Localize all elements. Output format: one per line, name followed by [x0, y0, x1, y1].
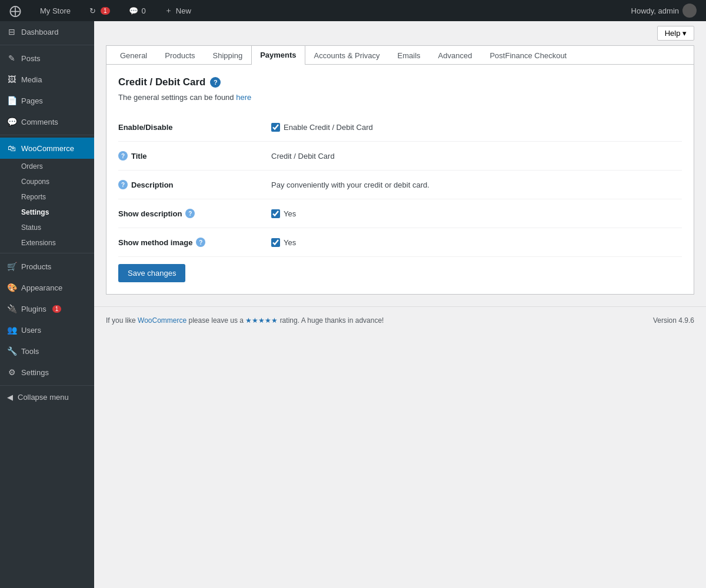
tab-advanced[interactable]: Advanced — [429, 46, 481, 65]
sidebar-item-dashboard[interactable]: ⊟ Dashboard — [0, 21, 94, 42]
new-content-button[interactable]: ＋ New — [160, 0, 196, 21]
sidebar-item-posts[interactable]: ✎ Posts — [0, 48, 94, 69]
avatar — [682, 4, 697, 18]
field-label-show-description: Show description ? — [118, 199, 271, 228]
footer-left: If you like WooCommerce please leave us … — [106, 316, 384, 325]
submenu-status[interactable]: Status — [0, 220, 94, 235]
sidebar-item-woocommerce[interactable]: 🛍 WooCommerce — [0, 138, 94, 159]
submenu-extensions[interactable]: Extensions — [0, 235, 94, 250]
info-icon[interactable]: ? — [210, 77, 221, 88]
tab-postfinance[interactable]: PostFinance Checkout — [481, 46, 575, 65]
sidebar-item-comments[interactable]: 💬 Comments — [0, 111, 94, 132]
sidebar-label-plugins: Plugins — [21, 305, 46, 313]
tab-products[interactable]: Products — [156, 46, 204, 65]
sidebar-label-pages: Pages — [21, 96, 43, 105]
menu-separator-4 — [0, 385, 94, 386]
woocommerce-footer-link[interactable]: WooCommerce — [138, 316, 187, 325]
submenu-settings[interactable]: Settings — [0, 205, 94, 220]
sidebar-item-appearance[interactable]: 🎨 Appearance — [0, 277, 94, 298]
table-row-enable: Enable/Disable Enable Credit / Debit Car… — [118, 113, 682, 142]
products-icon: 🛒 — [7, 262, 16, 271]
submenu-coupons[interactable]: Coupons — [0, 174, 94, 189]
submenu-reports[interactable]: Reports — [0, 189, 94, 205]
tab-general[interactable]: General — [111, 46, 156, 65]
sidebar-item-tools[interactable]: 🔧 Tools — [0, 340, 94, 362]
tab-emails[interactable]: Emails — [389, 46, 429, 65]
field-label-enable: Enable/Disable — [118, 113, 271, 142]
site-name-button[interactable]: My Store — [35, 0, 75, 21]
footer: If you like WooCommerce please leave us … — [94, 306, 706, 334]
tab-shipping[interactable]: Shipping — [204, 46, 252, 65]
general-settings-link[interactable]: here — [236, 93, 251, 102]
field-value-show-method-image: Yes — [271, 228, 682, 257]
help-button[interactable]: Help ▾ — [657, 26, 694, 41]
tab-bar: General Products Shipping Payments Accou… — [106, 46, 694, 65]
settings-wrap: General Products Shipping Payments Accou… — [106, 45, 694, 295]
new-icon: ＋ — [165, 5, 172, 16]
plugins-badge: 1 — [52, 305, 62, 313]
posts-icon: ✎ — [7, 54, 16, 63]
sidebar: ⊟ Dashboard ✎ Posts 🖼 Media 📄 Pages 💬 Co… — [0, 21, 94, 588]
sidebar-item-settings[interactable]: ⚙ Settings — [0, 362, 94, 383]
sidebar-label-woocommerce: WooCommerce — [21, 144, 74, 153]
sidebar-label-comments: Comments — [21, 118, 58, 126]
tab-payments[interactable]: Payments — [251, 45, 305, 65]
field-label-title: ? Title — [118, 142, 271, 171]
help-bar: Help ▾ — [94, 21, 706, 45]
reports-label: Reports — [21, 193, 46, 201]
table-row-title: ? Title Credit / Debit Card — [118, 142, 682, 171]
sidebar-item-pages[interactable]: 📄 Pages — [0, 90, 94, 111]
settings-sub-label: Settings — [21, 208, 49, 216]
sidebar-item-plugins[interactable]: 🔌 Plugins 1 — [0, 298, 94, 319]
updates-icon: ↻ — [89, 6, 96, 15]
updates-button[interactable]: ↻ 1 — [85, 0, 115, 21]
enable-checkbox-label[interactable]: Enable Credit / Debit Card — [271, 123, 682, 132]
menu-separator-1 — [0, 45, 94, 45]
show-image-question-icon[interactable]: ? — [196, 238, 205, 247]
field-label-description: ? Description — [118, 171, 271, 199]
status-label: Status — [21, 223, 41, 232]
submenu-orders[interactable]: Orders — [0, 159, 94, 174]
show-method-image-checkbox[interactable] — [271, 238, 280, 247]
sidebar-label-tools: Tools — [21, 347, 39, 356]
howdy-button[interactable]: Howdy, admin — [627, 0, 701, 21]
save-changes-button[interactable]: Save changes — [118, 264, 185, 282]
description-question-icon[interactable]: ? — [118, 180, 128, 189]
wp-logo-icon: ⨁ — [9, 4, 21, 18]
enable-checkbox[interactable] — [271, 123, 280, 132]
menu-separator-3 — [0, 253, 94, 253]
sidebar-item-products[interactable]: 🛒 Products — [0, 256, 94, 277]
field-value-enable: Enable Credit / Debit Card — [271, 113, 682, 142]
extensions-label: Extensions — [21, 239, 56, 247]
show-desc-question-icon[interactable]: ? — [185, 209, 195, 218]
collapse-label: Collapse menu — [18, 393, 69, 402]
sidebar-item-users[interactable]: 👥 Users — [0, 319, 94, 340]
menu-separator-2 — [0, 135, 94, 135]
sidebar-label-dashboard: Dashboard — [21, 28, 59, 36]
collapse-icon: ◀ — [7, 393, 13, 402]
show-method-image-checkbox-label[interactable]: Yes — [271, 238, 682, 247]
new-label: New — [176, 6, 191, 15]
table-row-show-description: Show description ? Yes — [118, 199, 682, 228]
general-settings-note: The general settings can be found here — [118, 93, 682, 102]
rating-stars[interactable]: ★★★★★ — [245, 316, 278, 325]
tools-icon: 🔧 — [7, 346, 16, 356]
sidebar-item-media[interactable]: 🖼 Media — [0, 69, 94, 90]
sidebar-label-products: Products — [21, 262, 51, 271]
version-label: Version 4.9.6 — [653, 316, 694, 325]
settings-table: Enable/Disable Enable Credit / Debit Car… — [118, 113, 682, 257]
table-row-description: ? Description Pay conveniently with your… — [118, 171, 682, 199]
collapse-menu-button[interactable]: ◀ Collapse menu — [0, 388, 94, 406]
comments-icon: 💬 — [129, 6, 138, 15]
show-description-checkbox-label[interactable]: Yes — [271, 209, 682, 218]
title-question-icon[interactable]: ? — [118, 151, 128, 161]
field-value-title: Credit / Debit Card — [271, 142, 682, 171]
coupons-label: Coupons — [21, 178, 49, 186]
tab-accounts-privacy[interactable]: Accounts & Privacy — [305, 46, 389, 65]
show-description-checkbox[interactable] — [271, 209, 280, 218]
settings-icon: ⚙ — [7, 368, 16, 377]
page-title: Credit / Debit Card ? — [118, 76, 682, 88]
comments-button[interactable]: 💬 0 — [124, 0, 151, 21]
main-content: Help ▾ General Products Shipping Payment… — [94, 21, 706, 588]
wp-logo-button[interactable]: ⨁ — [5, 0, 26, 21]
